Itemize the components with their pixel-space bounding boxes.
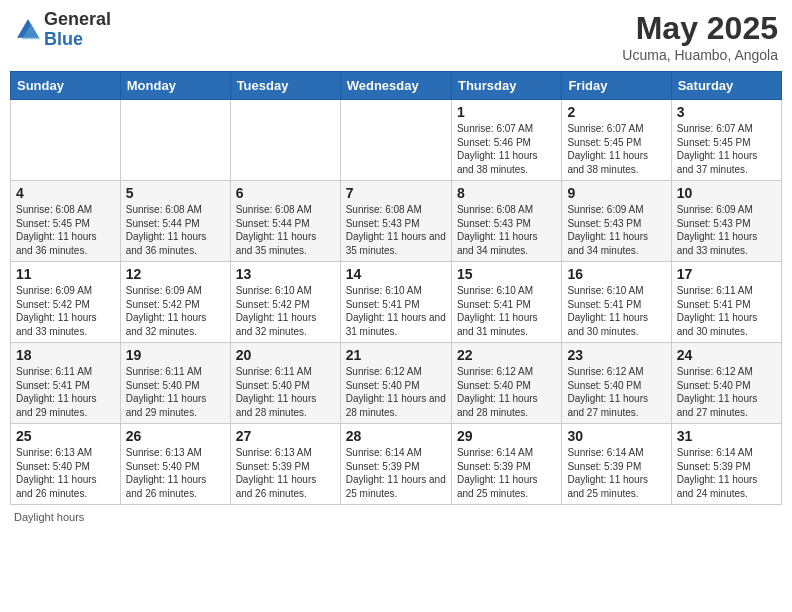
calendar-cell: 31Sunrise: 6:14 AM Sunset: 5:39 PM Dayli… [671, 424, 781, 505]
day-info: Sunrise: 6:13 AM Sunset: 5:39 PM Dayligh… [236, 446, 335, 500]
day-info: Sunrise: 6:08 AM Sunset: 5:44 PM Dayligh… [126, 203, 225, 257]
day-info: Sunrise: 6:11 AM Sunset: 5:40 PM Dayligh… [236, 365, 335, 419]
calendar-cell: 7Sunrise: 6:08 AM Sunset: 5:43 PM Daylig… [340, 181, 451, 262]
logo-general: General [44, 10, 111, 30]
day-info: Sunrise: 6:11 AM Sunset: 5:40 PM Dayligh… [126, 365, 225, 419]
day-info: Sunrise: 6:14 AM Sunset: 5:39 PM Dayligh… [346, 446, 446, 500]
day-number: 13 [236, 266, 335, 282]
day-info: Sunrise: 6:09 AM Sunset: 5:42 PM Dayligh… [126, 284, 225, 338]
calendar-cell: 3Sunrise: 6:07 AM Sunset: 5:45 PM Daylig… [671, 100, 781, 181]
day-number: 17 [677, 266, 776, 282]
day-number: 26 [126, 428, 225, 444]
day-number: 29 [457, 428, 556, 444]
day-info: Sunrise: 6:12 AM Sunset: 5:40 PM Dayligh… [346, 365, 446, 419]
day-number: 7 [346, 185, 446, 201]
day-info: Sunrise: 6:12 AM Sunset: 5:40 PM Dayligh… [677, 365, 776, 419]
calendar-cell: 24Sunrise: 6:12 AM Sunset: 5:40 PM Dayli… [671, 343, 781, 424]
day-number: 3 [677, 104, 776, 120]
calendar-cell: 19Sunrise: 6:11 AM Sunset: 5:40 PM Dayli… [120, 343, 230, 424]
day-number: 22 [457, 347, 556, 363]
day-info: Sunrise: 6:07 AM Sunset: 5:45 PM Dayligh… [567, 122, 665, 176]
day-number: 1 [457, 104, 556, 120]
day-number: 18 [16, 347, 115, 363]
calendar-cell: 18Sunrise: 6:11 AM Sunset: 5:41 PM Dayli… [11, 343, 121, 424]
calendar-cell [120, 100, 230, 181]
logo-text: General Blue [44, 10, 111, 50]
logo-icon [14, 16, 42, 44]
day-number: 25 [16, 428, 115, 444]
day-number: 30 [567, 428, 665, 444]
day-info: Sunrise: 6:10 AM Sunset: 5:41 PM Dayligh… [567, 284, 665, 338]
calendar-cell [340, 100, 451, 181]
calendar-table: SundayMondayTuesdayWednesdayThursdayFrid… [10, 71, 782, 505]
day-number: 5 [126, 185, 225, 201]
location-subtitle: Ucuma, Huambo, Angola [622, 47, 778, 63]
day-number: 9 [567, 185, 665, 201]
day-info: Sunrise: 6:08 AM Sunset: 5:44 PM Dayligh… [236, 203, 335, 257]
calendar-cell: 14Sunrise: 6:10 AM Sunset: 5:41 PM Dayli… [340, 262, 451, 343]
day-info: Sunrise: 6:10 AM Sunset: 5:41 PM Dayligh… [457, 284, 556, 338]
calendar-cell [230, 100, 340, 181]
day-number: 15 [457, 266, 556, 282]
day-info: Sunrise: 6:11 AM Sunset: 5:41 PM Dayligh… [16, 365, 115, 419]
footer: Daylight hours [10, 511, 782, 523]
calendar-week-row: 1Sunrise: 6:07 AM Sunset: 5:46 PM Daylig… [11, 100, 782, 181]
day-info: Sunrise: 6:08 AM Sunset: 5:43 PM Dayligh… [457, 203, 556, 257]
day-number: 27 [236, 428, 335, 444]
day-number: 4 [16, 185, 115, 201]
calendar-cell: 2Sunrise: 6:07 AM Sunset: 5:45 PM Daylig… [562, 100, 671, 181]
calendar-cell: 22Sunrise: 6:12 AM Sunset: 5:40 PM Dayli… [451, 343, 561, 424]
day-number: 14 [346, 266, 446, 282]
day-info: Sunrise: 6:14 AM Sunset: 5:39 PM Dayligh… [457, 446, 556, 500]
calendar-cell: 10Sunrise: 6:09 AM Sunset: 5:43 PM Dayli… [671, 181, 781, 262]
calendar-cell: 17Sunrise: 6:11 AM Sunset: 5:41 PM Dayli… [671, 262, 781, 343]
day-info: Sunrise: 6:11 AM Sunset: 5:41 PM Dayligh… [677, 284, 776, 338]
day-number: 8 [457, 185, 556, 201]
calendar-cell: 20Sunrise: 6:11 AM Sunset: 5:40 PM Dayli… [230, 343, 340, 424]
calendar-week-row: 25Sunrise: 6:13 AM Sunset: 5:40 PM Dayli… [11, 424, 782, 505]
calendar-day-header: Friday [562, 72, 671, 100]
calendar-cell: 21Sunrise: 6:12 AM Sunset: 5:40 PM Dayli… [340, 343, 451, 424]
day-info: Sunrise: 6:10 AM Sunset: 5:42 PM Dayligh… [236, 284, 335, 338]
calendar-cell: 27Sunrise: 6:13 AM Sunset: 5:39 PM Dayli… [230, 424, 340, 505]
calendar-cell: 4Sunrise: 6:08 AM Sunset: 5:45 PM Daylig… [11, 181, 121, 262]
calendar-cell: 15Sunrise: 6:10 AM Sunset: 5:41 PM Dayli… [451, 262, 561, 343]
day-info: Sunrise: 6:14 AM Sunset: 5:39 PM Dayligh… [677, 446, 776, 500]
day-info: Sunrise: 6:09 AM Sunset: 5:43 PM Dayligh… [567, 203, 665, 257]
calendar-cell: 28Sunrise: 6:14 AM Sunset: 5:39 PM Dayli… [340, 424, 451, 505]
day-info: Sunrise: 6:12 AM Sunset: 5:40 PM Dayligh… [567, 365, 665, 419]
calendar-week-row: 18Sunrise: 6:11 AM Sunset: 5:41 PM Dayli… [11, 343, 782, 424]
day-number: 2 [567, 104, 665, 120]
day-info: Sunrise: 6:07 AM Sunset: 5:45 PM Dayligh… [677, 122, 776, 176]
calendar-day-header: Wednesday [340, 72, 451, 100]
day-number: 23 [567, 347, 665, 363]
calendar-cell: 9Sunrise: 6:09 AM Sunset: 5:43 PM Daylig… [562, 181, 671, 262]
day-number: 10 [677, 185, 776, 201]
day-number: 24 [677, 347, 776, 363]
day-info: Sunrise: 6:09 AM Sunset: 5:43 PM Dayligh… [677, 203, 776, 257]
day-number: 16 [567, 266, 665, 282]
calendar-day-header: Sunday [11, 72, 121, 100]
day-info: Sunrise: 6:08 AM Sunset: 5:43 PM Dayligh… [346, 203, 446, 257]
calendar-cell: 23Sunrise: 6:12 AM Sunset: 5:40 PM Dayli… [562, 343, 671, 424]
title-block: May 2025 Ucuma, Huambo, Angola [622, 10, 778, 63]
calendar-cell: 30Sunrise: 6:14 AM Sunset: 5:39 PM Dayli… [562, 424, 671, 505]
logo-blue: Blue [44, 30, 111, 50]
day-info: Sunrise: 6:09 AM Sunset: 5:42 PM Dayligh… [16, 284, 115, 338]
daylight-label: Daylight hours [14, 511, 84, 523]
calendar-cell: 26Sunrise: 6:13 AM Sunset: 5:40 PM Dayli… [120, 424, 230, 505]
day-number: 21 [346, 347, 446, 363]
calendar-cell: 29Sunrise: 6:14 AM Sunset: 5:39 PM Dayli… [451, 424, 561, 505]
day-info: Sunrise: 6:07 AM Sunset: 5:46 PM Dayligh… [457, 122, 556, 176]
calendar-week-row: 11Sunrise: 6:09 AM Sunset: 5:42 PM Dayli… [11, 262, 782, 343]
calendar-cell: 6Sunrise: 6:08 AM Sunset: 5:44 PM Daylig… [230, 181, 340, 262]
day-info: Sunrise: 6:08 AM Sunset: 5:45 PM Dayligh… [16, 203, 115, 257]
calendar-cell: 16Sunrise: 6:10 AM Sunset: 5:41 PM Dayli… [562, 262, 671, 343]
day-number: 12 [126, 266, 225, 282]
day-info: Sunrise: 6:13 AM Sunset: 5:40 PM Dayligh… [126, 446, 225, 500]
day-info: Sunrise: 6:10 AM Sunset: 5:41 PM Dayligh… [346, 284, 446, 338]
day-number: 28 [346, 428, 446, 444]
calendar-day-header: Monday [120, 72, 230, 100]
day-info: Sunrise: 6:12 AM Sunset: 5:40 PM Dayligh… [457, 365, 556, 419]
calendar-cell: 13Sunrise: 6:10 AM Sunset: 5:42 PM Dayli… [230, 262, 340, 343]
